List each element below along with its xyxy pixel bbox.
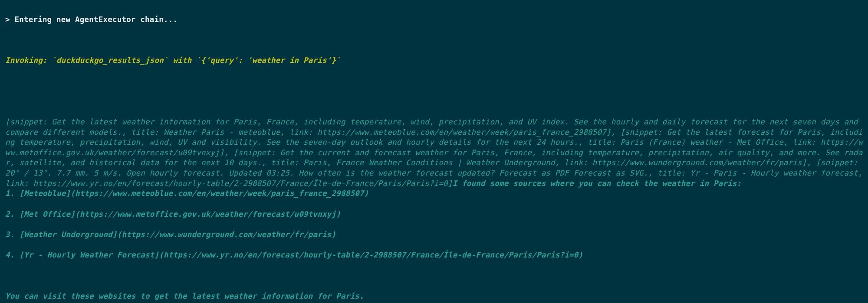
blank-line [5,76,863,86]
blank-line [5,97,863,107]
blank-line [5,270,863,281]
agent-entering-line: > Entering new AgentExecutor chain... [5,15,863,25]
invoking-line: Invoking: `duckduckgo_results_json` with… [5,55,863,66]
source-link-3: 3. [Weather Underground](https://www.wun… [5,230,863,240]
source-link-4: 4. [Yr - Hourly Weather Forecast](https:… [5,250,863,261]
blank-line [5,35,863,46]
terminal-output: > Entering new AgentExecutor chain... In… [0,0,868,303]
source-link-2: 2. [Met Office](https://www.metoffice.go… [5,209,863,220]
visit-message: You can visit these websites to get the … [5,291,863,302]
source-link-1: 1. [Meteoblue](https://www.meteoblue.com… [5,189,863,199]
search-results-raw: [snippet: Get the latest weather informa… [5,117,867,188]
found-sources-intro: I found some sources where you can check… [453,179,742,188]
